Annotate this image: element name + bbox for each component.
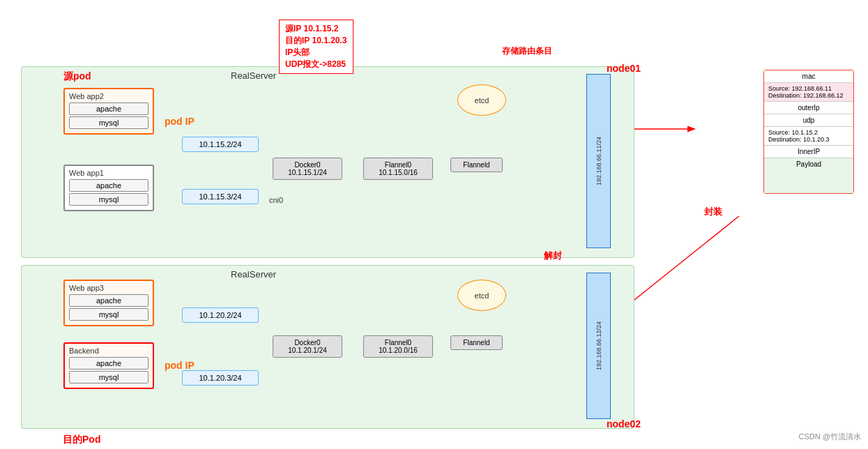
flanneld-top: Flanneld [450,158,503,172]
dest2-label: Destination: 10.1.20.3 [768,136,849,143]
flannel0-bottom: Flannel0 10.1.20.0/16 [363,335,433,358]
source-dest-row1: Source: 192.168.66.11 Destination: 192.1… [764,83,853,102]
backend-box: Backend apache mysql [63,342,154,389]
mac-row: mac [764,70,853,83]
webapp2-apache: apache [69,102,149,115]
flannel0-bottom-ip: 10.1.20.0/16 [370,347,427,354]
etcd-top-label: etcd [475,96,489,105]
pod-ip-label-bottom: pod IP [165,360,195,371]
docker0-top-ip: 10.1.15.1/24 [279,169,336,176]
dest1-label: Destination: 192.168.66.12 [768,92,849,99]
outer-ip-row: outerIp [764,102,853,114]
annotation-box-top: 源IP 10.1.15.2 目的IP 10.1.20.3 IP头部 UDP报文-… [279,20,353,74]
ip-box-bottom2: 10.1.20.3/24 [182,370,259,386]
etcd-bottom-label: etcd [475,291,489,300]
webapp3-box: Web app3 apache mysql [63,280,154,326]
diagram-container: 源pod RealServer Web app2 apache mysql We… [0,0,868,449]
realserver-label-top: RealServer [231,70,276,81]
src-ip-label: 源IP 10.1.15.2 [285,23,347,35]
docker0-bottom-label: Docker0 [279,339,336,347]
ip-header-label: IP头部 [285,47,347,59]
docker0-top-label: Docker0 [279,161,336,169]
udp-row: udp [764,114,853,127]
flannel0-top-ip: 10.1.15.0/16 [370,169,427,176]
node01-label: node01 [607,63,641,74]
inner-ip-row: InnerIP [764,146,853,158]
etcd-top: etcd [457,84,506,116]
cni0-label: cni0 [269,196,283,204]
dst-ip-label: 目的IP 10.1.20.3 [285,35,347,47]
udp-label: UDP报文->8285 [285,59,347,70]
vert-bar-top-label: 192.168.66.11/24 [595,137,602,185]
webapp3-mysql: mysql [69,308,149,321]
node01-container: 源pod RealServer Web app2 apache mysql We… [21,66,634,258]
target-pod-label: 目的Pod [63,434,100,446]
source2-label: Source: 10.1.15.2 [768,129,849,136]
csdn-label: CSDN @竹流清水 [799,432,861,442]
webapp2-mysql: mysql [69,116,149,129]
ip-box-bottom1: 10.1.20.2/24 [182,307,259,323]
pod-ip-label-top: pod IP [165,116,195,127]
docker0-top: Docker0 10.1.15.1/24 [273,158,342,180]
webapp2-box: Web app2 apache mysql [63,88,154,135]
webapp3-title: Web app3 [69,284,149,292]
ip-box-top1: 10.1.15.2/24 [182,137,259,152]
docker0-bottom-ip: 10.1.20.1/24 [279,347,336,354]
realserver-label-bottom: RealServer [231,269,276,280]
docker0-bottom: Docker0 10.1.20.1/24 [273,335,342,358]
vert-bar-bottom: 192.168.66.12/24 [586,273,611,419]
payload-row: Payload [764,158,853,193]
webapp3-apache: apache [69,294,149,307]
source-pod-label: 源pod [63,70,91,83]
store-route-label: 存储路由条目 [502,45,552,57]
flannel0-bottom-label: Flannel0 [370,339,427,347]
node02-container: RealServer Web app3 apache mysql Backend… [21,265,634,429]
flanneld-bottom: Flanneld [450,335,503,350]
backend-apache: apache [69,357,149,370]
source1-label: Source: 192.168.66.11 [768,85,849,92]
flannel0-top: Flannel0 10.1.15.0/16 [363,158,433,180]
jie-feng-label: 解封 [544,250,562,262]
flanneld-top-label: Flanneld [457,161,496,169]
vert-bar-top: 192.168.66.11/24 [586,74,611,248]
source-dest-row2: Source: 10.1.15.2 Destination: 10.1.20.3 [764,127,853,146]
webapp1-box: Web app1 apache mysql [63,165,154,211]
webapp1-mysql: mysql [69,193,149,206]
backend-mysql: mysql [69,371,149,383]
node02-label: node02 [607,418,641,429]
flanneld-bottom-label: Flanneld [457,339,496,347]
etcd-bottom: etcd [457,280,506,311]
vert-bar-bottom-label: 192.168.66.12/24 [595,321,602,370]
ip-box-top2: 10.1.15.3/24 [182,189,259,204]
feng-zhuang-label: 封装 [704,206,722,218]
backend-title: Backend [69,347,149,355]
webapp1-apache: apache [69,179,149,192]
packet-table: mac Source: 192.168.66.11 Destination: 1… [763,70,854,194]
webapp1-title: Web app1 [69,169,149,177]
webapp2-title: Web app2 [69,92,149,100]
flannel0-top-label: Flannel0 [370,161,427,169]
